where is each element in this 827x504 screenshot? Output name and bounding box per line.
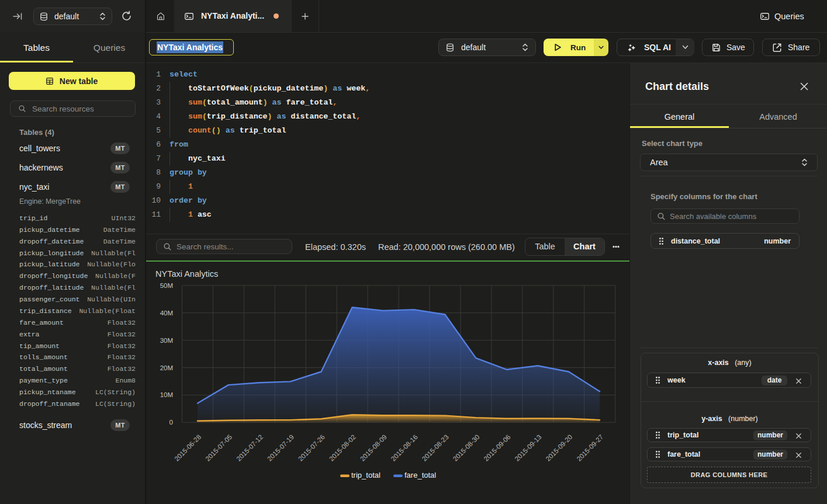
svg-text:30M: 30M: [160, 337, 173, 344]
svg-text:2015-07-05: 2015-07-05: [204, 433, 233, 463]
svg-text:2015-09-27: 2015-09-27: [575, 433, 604, 463]
svg-text:2015-08-30: 2015-08-30: [452, 433, 481, 463]
svg-text:20M: 20M: [160, 364, 173, 371]
svg-text:2015-06-28: 2015-06-28: [173, 433, 202, 463]
svg-text:2015-07-12: 2015-07-12: [235, 433, 264, 463]
svg-text:2015-08-23: 2015-08-23: [421, 433, 450, 463]
svg-text:2015-07-26: 2015-07-26: [297, 433, 326, 463]
svg-text:NYTaxi Analytics: NYTaxi Analytics: [155, 269, 218, 279]
svg-text:2015-07-19: 2015-07-19: [266, 433, 295, 463]
svg-text:2015-08-09: 2015-08-09: [359, 433, 388, 463]
svg-text:40M: 40M: [160, 310, 173, 317]
svg-text:50M: 50M: [160, 282, 173, 289]
svg-text:2015-09-13: 2015-09-13: [514, 433, 543, 463]
svg-text:trip_total: trip_total: [351, 471, 380, 479]
svg-text:2015-09-20: 2015-09-20: [544, 433, 573, 463]
svg-text:2015-08-16: 2015-08-16: [390, 433, 419, 463]
svg-text:2015-08-02: 2015-08-02: [328, 433, 357, 463]
svg-text:fare_total: fare_total: [404, 471, 436, 479]
svg-text:0: 0: [169, 419, 173, 426]
svg-text:10M: 10M: [160, 391, 173, 398]
svg-text:2015-09-06: 2015-09-06: [483, 433, 512, 463]
